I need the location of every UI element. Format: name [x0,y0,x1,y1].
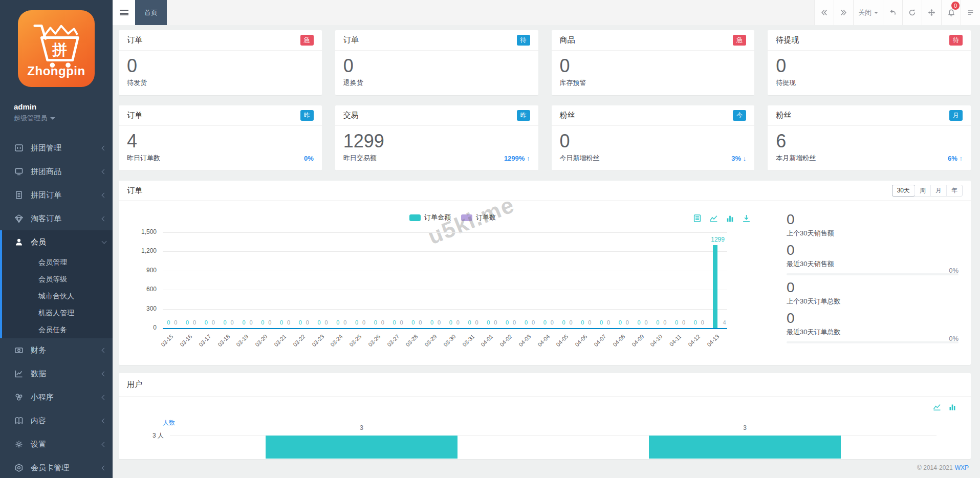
card-label: 本月新增粉丝 [776,154,816,163]
grid-icon [14,143,24,153]
sidebar-subitem-city-partner[interactable]: 城市合伙人 [0,288,113,305]
book-icon [14,416,24,426]
card-value: 0 [560,55,747,77]
app-logo[interactable]: 拼 Zhongpin [18,10,95,87]
card-label: 昨日交易额 [343,154,377,163]
sidebar-item-pintuan-manage[interactable]: 拼团管理 [0,136,113,160]
sidebar-subitem-member-manage[interactable]: 会员管理 [0,254,113,271]
fullscreen-button[interactable] [922,0,941,25]
sidebar-item-label: 拼团商品 [31,167,61,177]
chevron-left-icon [102,216,107,221]
data-view-icon[interactable] [693,214,702,223]
download-icon[interactable] [742,214,751,223]
sidebar-subitem-robot-manage[interactable]: 机器人管理 [0,305,113,321]
stat-card-month-fans[interactable]: 粉丝 月 6 本月新增粉丝 6% ↑ [768,105,971,170]
summary-label: 最近30天销售额 [787,259,959,269]
card-value: 1299 [343,130,530,153]
period-30d-button[interactable]: 30天 [892,185,915,197]
chevron-left-icon [102,371,107,376]
card-value: 0 [560,130,747,153]
period-year-button[interactable]: 年 [946,185,962,196]
legend-order-count[interactable]: 订单数 [461,213,496,222]
bell-icon [947,9,955,17]
period-month-button[interactable]: 月 [930,185,946,196]
stat-card-pending-withdraw[interactable]: 待提现 待 0 待提现 [768,30,971,95]
sidebar-item-pintuan-goods[interactable]: 拼团商品 [0,160,113,183]
stat-card-yesterday-sales[interactable]: 交易 昨 1299 昨日交易额 1299% ↑ [335,105,538,170]
chart-toolbox [693,214,751,223]
user-chart-area: 3 人人数33 [119,397,971,459]
main-content: 订单 急 0 待发货 订单 待 0 退换货 商品 急 0 库存预警 待提现 待 … [113,25,980,478]
tab-home[interactable]: 首页 [135,0,167,25]
chevron-left-icon [102,192,107,198]
logo-text: Zhongpin [27,64,85,78]
chevron-left-icon [102,395,107,400]
order-bar-chart: 03006009001,2001,50003-150003-160003-170… [127,230,778,365]
legend-swatch [409,214,421,221]
refresh-button[interactable] [902,0,922,25]
summary-recent-30d-sales: 0 最近30天销售额 0% [787,243,959,275]
sidebar-item-member-card[interactable]: 会员卡管理 [0,456,113,478]
scroll-tabs-right-button[interactable] [834,0,853,25]
chevron-left-icon [102,145,107,150]
card-title: 粉丝 [560,111,575,120]
card-title: 订单 [127,111,142,120]
status-badge: 昨 [300,110,314,121]
card-value: 0 [343,55,530,77]
sidebar-item-content[interactable]: 内容 [0,409,113,432]
period-week-button[interactable]: 周 [914,185,930,196]
logo-character: 拼 [51,41,67,58]
stat-card-returns[interactable]: 订单 待 0 退换货 [335,30,538,95]
sidebar-item-label: 淘客订单 [31,214,61,224]
summary-value: 0 [787,311,959,326]
bar-chart-icon[interactable] [948,403,956,411]
card-percent: 0% [304,155,314,162]
log-list-button[interactable] [961,0,980,25]
chevron-down-icon [102,238,107,244]
sidebar-item-label: 财务 [31,345,46,355]
sidebar-item-label: 拼团订单 [31,190,61,200]
chart-icon [14,368,24,379]
scroll-tabs-left-button[interactable] [814,0,834,25]
undo-icon [889,9,897,16]
user-icon [14,237,24,247]
sidebar-item-finance[interactable]: 财务 [0,338,113,362]
stat-card-yesterday-orders[interactable]: 订单 昨 4 昨日订单数 0% [119,105,322,170]
chevron-left-icon [102,465,107,470]
status-badge: 急 [733,35,746,46]
card-percent: 3% ↓ [731,155,746,162]
sidebar-toggle-button[interactable] [113,0,135,25]
sidebar-item-miniprogram[interactable]: 小程序 [0,385,113,409]
copyright-text: © 2014-2021 [917,464,953,471]
sidebar-item-settings[interactable]: 设置 [0,432,113,456]
line-chart-icon[interactable] [933,403,941,411]
card-title: 交易 [343,111,359,120]
line-chart-icon[interactable] [709,214,718,223]
sidebar-item-member[interactable]: 会员 [0,230,113,254]
sidebar-subitem-member-level[interactable]: 会员等级 [0,271,113,288]
sidebar-item-data[interactable]: 数据 [0,362,113,385]
miniapp-icon [14,392,24,402]
orders-panel: 订单 30天 周 月 年 订单金额 订单数 [119,181,971,365]
notifications-button[interactable]: 0 [941,0,961,25]
back-button[interactable] [883,0,902,25]
sidebar-item-taoke-orders[interactable]: 淘客订单 [0,207,113,230]
sidebar-item-pintuan-orders[interactable]: 拼团订单 [0,183,113,207]
bar-chart-icon[interactable] [726,214,734,223]
monitor-icon [14,166,24,177]
footer: © 2014-2021 WXP [119,459,971,476]
users-panel: 用户 3 人人数33 [119,373,971,459]
stat-card-stock-warning[interactable]: 商品 急 0 库存预警 [552,30,755,95]
close-tabs-dropdown[interactable]: 关闭 [853,0,883,25]
status-badge: 今 [733,110,746,121]
user-bar-chart: 3 人人数33 [119,397,971,459]
stat-card-today-fans[interactable]: 粉丝 今 0 今日新增粉丝 3% ↓ [552,105,755,170]
sidebar-subitem-member-task[interactable]: 会员任务 [0,321,113,338]
legend-order-amount[interactable]: 订单金额 [409,213,451,222]
user-role-dropdown[interactable]: 超级管理员 [14,114,113,123]
brand-link[interactable]: WXP [955,464,969,471]
card-label: 今日新增粉丝 [560,154,600,163]
stat-card-pending-ship[interactable]: 订单 急 0 待发货 [119,30,322,95]
status-badge: 昨 [517,110,530,121]
user-info: admin 超级管理员 [0,87,113,123]
